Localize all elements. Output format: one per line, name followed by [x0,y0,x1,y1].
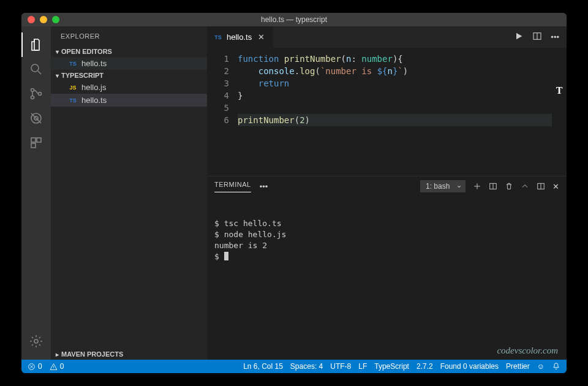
split-terminal-icon[interactable] [489,182,497,191]
window-controls [21,16,59,23]
terminal-select[interactable]: 1: bash [420,180,466,192]
code-editor[interactable]: 123456 function printNumber(n: number){ … [207,48,567,176]
terminal-tab[interactable]: TERMINAL [214,181,251,192]
maven-projects-header[interactable]: ▸MAVEN PROJECTS [51,349,207,360]
open-editors-header[interactable]: ▾OPEN EDITORS [51,46,207,57]
minimize-window-button[interactable] [40,16,47,23]
extensions-icon[interactable] [21,131,51,155]
kill-terminal-icon[interactable] [505,182,513,191]
file-name: hello.ts [81,59,107,68]
open-editor-item[interactable]: TS hello.ts [51,57,207,70]
split-editor-icon[interactable] [532,31,542,43]
explorer-icon[interactable] [21,32,51,57]
window-title: hello.ts — typescript [21,15,567,24]
workspace-header[interactable]: ▾TYPESCRIPT [51,70,207,81]
ts-file-icon: TS [68,61,78,67]
formatter[interactable]: Prettier [506,362,530,371]
variables-found[interactable]: Found 0 variables [440,362,499,371]
source-control-icon[interactable] [21,81,51,106]
code-area[interactable]: function printNumber(n: number){ console… [238,48,552,176]
close-window-button[interactable] [28,16,35,23]
editor-side-marker: T [552,48,567,176]
ts-version[interactable]: 2.7.2 [417,362,433,371]
feedback-icon[interactable]: ☺ [537,362,545,371]
ts-file-icon: TS [213,34,223,40]
svg-rect-7 [37,138,41,142]
sidebar-title: EXPLORER [51,26,207,46]
more-actions-icon[interactable]: ••• [551,32,559,42]
file-name: hello.js [81,83,106,92]
editor-group: TS hello.ts ✕ ••• 123456 function printN… [207,26,567,360]
file-name: hello.ts [81,96,107,105]
svg-point-2 [31,96,34,99]
tab-hello-ts[interactable]: TS hello.ts ✕ [207,26,274,48]
maximize-window-button[interactable] [52,16,59,23]
language-mode[interactable]: TypeScript [374,362,409,371]
status-bar: 0 0 Ln 6, Col 15 Spaces: 4 UTF-8 LF Type… [21,360,567,373]
settings-gear-icon[interactable] [21,329,51,354]
ts-file-icon: TS [68,97,78,104]
js-file-icon: JS [68,85,78,91]
editor-actions: ••• [514,26,567,48]
new-terminal-icon[interactable] [473,182,481,191]
encoding[interactable]: UTF-8 [330,362,351,371]
panel-layout-icon[interactable] [537,182,545,191]
panel-more-icon[interactable]: ••• [260,182,268,191]
file-item-hello-ts[interactable]: TS hello.ts [51,94,207,107]
svg-point-3 [39,93,42,96]
line-gutter: 123456 [207,48,238,176]
tab-bar: TS hello.ts ✕ ••• [207,26,567,48]
vscode-window: hello.ts — typescript EXPLORER ▾OPEN EDI… [21,13,567,373]
eol[interactable]: LF [358,362,367,371]
indentation[interactable]: Spaces: 4 [290,362,323,371]
debug-icon[interactable] [21,106,51,131]
svg-point-0 [31,64,39,72]
chevron-down-icon: ▾ [56,48,59,55]
file-item-hello-js[interactable]: JS hello.js [51,81,207,94]
search-icon[interactable] [21,57,51,81]
run-icon[interactable] [514,31,524,43]
svg-rect-8 [31,143,36,148]
chevron-down-icon: ▾ [56,72,59,79]
chevron-right-icon: ▸ [56,351,59,358]
cursor-position[interactable]: Ln 6, Col 15 [243,362,283,371]
sidebar: EXPLORER ▾OPEN EDITORS TS hello.ts ▾TYPE… [51,26,207,360]
svg-rect-6 [31,138,36,142]
svg-point-1 [31,89,34,92]
terminal-output[interactable]: $ tsc hello.ts$ node hello.jsnumber is 2… [207,192,567,360]
activity-bar [21,26,51,360]
tab-label: hello.ts [227,32,252,42]
maximize-panel-icon[interactable] [521,182,529,191]
titlebar: hello.ts — typescript [21,13,567,26]
close-tab-icon[interactable]: ✕ [255,32,267,42]
close-panel-icon[interactable]: ✕ [552,182,559,191]
terminal-panel: TERMINAL ••• 1: bash ⌄ ✕ [207,176,567,360]
problems-errors[interactable]: 0 [28,362,42,371]
svg-point-9 [34,339,38,343]
notifications-bell-icon[interactable] [552,362,560,371]
watermark: codevscolor.com [497,345,558,356]
problems-warnings[interactable]: 0 [50,362,64,371]
